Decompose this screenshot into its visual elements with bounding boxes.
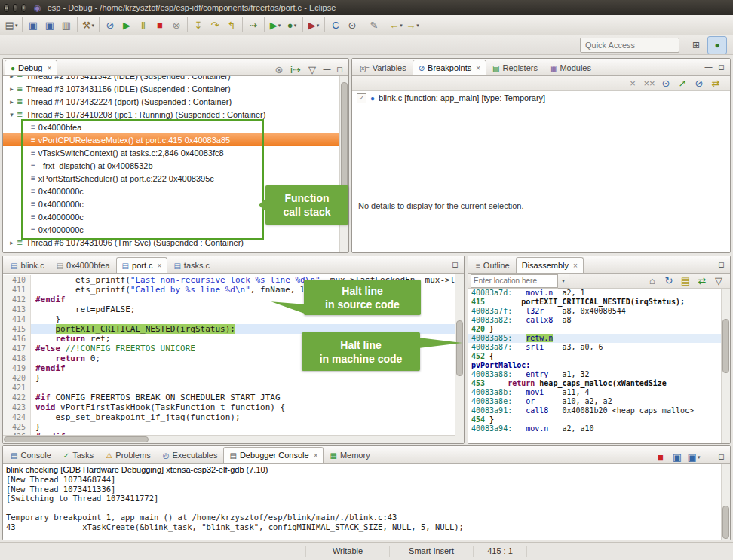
minimize-button[interactable]: −	[13, 4, 18, 12]
scrollbar-thumb[interactable]	[722, 506, 729, 539]
tab-outline[interactable]: ≡Outline	[470, 257, 516, 273]
code-line[interactable]: 422#if CONFIG_FREERTOS_BREAK_ON_SCHEDULE…	[3, 393, 464, 402]
console-scrollbar[interactable]	[721, 464, 730, 540]
save-icon[interactable]: ▣	[26, 17, 41, 33]
disassembly-line[interactable]: 452 {	[468, 352, 730, 361]
disassembly-line[interactable]: pvPortMalloc:	[468, 361, 730, 370]
close-icon[interactable]: ×	[47, 64, 51, 72]
minimize-icon[interactable]: —	[703, 259, 714, 270]
expander-icon[interactable]: ▸	[8, 239, 16, 246]
print-icon[interactable]: ▥	[59, 17, 74, 33]
new-wizard-icon[interactable]: ▤▾	[4, 17, 19, 33]
stack-frame-row[interactable]: ≡0x4000bfea	[3, 121, 348, 133]
debug-thread-row[interactable]: ▸≣Thread #6 1073431096 (Tmr Svc) (Suspen…	[3, 236, 348, 249]
new-c-project-icon[interactable]: C	[328, 17, 343, 33]
expander-icon[interactable]: ▸	[8, 98, 16, 106]
save-all-icon[interactable]: ▣	[42, 17, 57, 33]
close-icon[interactable]: ×	[573, 262, 578, 270]
editor-hscrollbar[interactable]	[3, 435, 455, 443]
refresh-icon[interactable]: ↻	[661, 273, 676, 289]
remove-all-breakpoints-icon[interactable]: ××	[642, 75, 657, 92]
forward-icon[interactable]: →▾	[405, 17, 420, 33]
tab-memory[interactable]: ▦Memory	[324, 447, 376, 463]
maximize-icon[interactable]: ◻	[449, 259, 461, 270]
go-to-file-for-breakpoint-icon[interactable]: ↗	[675, 75, 690, 92]
disassembly-line[interactable]: 40083a91: call8 0x40081b20 <heap_caps_ma…	[468, 406, 730, 415]
breakpoint-checkbox[interactable]: ✓	[357, 93, 366, 103]
minimize-icon[interactable]: —	[703, 451, 714, 463]
external-tools-icon[interactable]: ▶▾	[306, 17, 321, 33]
debug-perspective-icon[interactable]: ●	[707, 36, 727, 54]
maximize-icon[interactable]: ◻	[334, 64, 345, 75]
maximize-button[interactable]: +	[21, 4, 26, 12]
close-icon[interactable]: ×	[314, 451, 318, 460]
editor-scrollbar[interactable]	[455, 274, 464, 443]
code-line[interactable]: 414 }	[3, 314, 464, 324]
debug-thread-row[interactable]: ▾≣Thread #5 1073410208 (ipc1 : Running) …	[3, 108, 348, 121]
stack-frame-row[interactable]: ≡_frxt_dispatch() at 0x4008532b	[3, 159, 348, 172]
expander-icon[interactable]: ▸	[8, 76, 16, 80]
disassembly-line[interactable]: 40083a87: srli a3, a0, 6	[468, 343, 730, 352]
stack-frame-row[interactable]: ≡xPortStartScheduler() at port.c:222 0x4…	[3, 172, 348, 185]
code-line[interactable]: 420}	[3, 373, 464, 383]
tab-breakpoints[interactable]: ⊘Breakpoints×	[413, 60, 486, 75]
debug-thread-row[interactable]: ▸≣Thread #3 1073431156 (IDLE) (Suspended…	[3, 82, 348, 95]
maximize-icon[interactable]: ◻	[716, 61, 727, 72]
disassembly-line[interactable]: 40083a8e: or a10, a2, a2	[468, 397, 730, 406]
disassembly-scrollbar[interactable]	[721, 289, 730, 443]
open-perspective-icon[interactable]: ⊞	[687, 37, 705, 54]
disassembly-line[interactable]: 40083a7d: movi.n a2, 1	[468, 289, 730, 298]
sync-active-context-icon[interactable]: ⇄	[695, 273, 710, 289]
terminate-console-icon[interactable]: ■	[653, 448, 668, 465]
disassembly-line[interactable]: 40083a7f: l32r a8, 0x40080544	[468, 307, 730, 316]
tab-blink-c[interactable]: ▤blink.c	[5, 257, 51, 273]
expander-icon[interactable]: ▾	[8, 111, 16, 118]
tab-executables[interactable]: ◎Executables	[157, 447, 224, 463]
terminate-icon[interactable]: ■	[152, 17, 167, 33]
tab-variables[interactable]: (x)=Variables	[354, 60, 413, 75]
open-console-icon[interactable]: ▣▾	[686, 448, 701, 465]
console-content[interactable]: blink checking [GDB Hardware Debugging] …	[3, 464, 730, 540]
tab-console[interactable]: ▤Console	[5, 447, 57, 463]
disassembly-line[interactable]: 454 }	[468, 415, 730, 424]
mark-occurrences-icon[interactable]: ✎	[366, 17, 382, 33]
close-icon[interactable]: ×	[158, 262, 162, 270]
step-into-icon[interactable]: ↧	[191, 17, 206, 33]
minimize-icon[interactable]: —	[703, 61, 714, 72]
disassembly-line[interactable]: 420 }	[468, 325, 730, 334]
location-input[interactable]	[471, 274, 558, 288]
disassembly-line[interactable]: 40083a88: entry a1, 32	[468, 370, 730, 379]
disassembly-content[interactable]: 40083a7d: movi.n a2, 1415 portEXIT_CRITI…	[468, 289, 730, 443]
skip-all-breakpoints-icon[interactable]: ⊘	[103, 17, 118, 33]
resume-icon[interactable]: ▶	[119, 17, 134, 33]
code-line[interactable]: 421	[3, 383, 464, 393]
disassembly-line[interactable]: 40083a82: callx8 a8	[468, 316, 730, 325]
close-button[interactable]: ×	[4, 4, 9, 12]
tab-tasks-c[interactable]: ▤tasks.c	[167, 257, 216, 273]
remove-all-terminated-icon[interactable]: ⊗	[271, 61, 287, 78]
instruction-stepping-mode-icon[interactable]: i⇢	[288, 61, 303, 78]
link-with-debug-view-icon[interactable]: ⇄	[708, 75, 723, 92]
tab-0x4000bfea[interactable]: ▤0x4000bfea	[51, 257, 116, 273]
tab-tasks[interactable]: ✓Tasks	[57, 447, 100, 463]
view-menu-icon[interactable]: ▽	[305, 61, 320, 78]
remove-breakpoint-icon[interactable]: ×	[625, 75, 640, 92]
disassembly-line[interactable]: 453 return heap_caps_malloc(xWantedSize	[468, 379, 730, 388]
tab-modules[interactable]: ▦Modules	[544, 60, 597, 75]
disassembly-line[interactable]: 40083a85: retw.n	[468, 334, 730, 343]
tab-debugger-console[interactable]: ▤Debugger Console×	[223, 447, 324, 463]
minimize-icon[interactable]: —	[437, 259, 448, 270]
tab-problems[interactable]: ⚠Problems	[100, 447, 156, 463]
debug-thread-row[interactable]: ▸≣Thread #2 1073411342 (IDLE) (Suspended…	[3, 76, 348, 82]
maximize-icon[interactable]: ◻	[716, 259, 727, 270]
stack-frame-row[interactable]: ≡vTaskSwitchContext() at tasks.c:2,846 0…	[3, 146, 348, 159]
minimize-icon[interactable]: —	[321, 64, 333, 75]
breakpoint-list-item[interactable]: ✓ ● blink.c [function: app_main] [type: …	[352, 91, 730, 105]
scrollbar-thumb[interactable]	[722, 319, 729, 373]
skip-all-breakpoints-view-icon[interactable]: ⊘	[692, 75, 707, 92]
debug-scrollbar[interactable]	[339, 76, 348, 252]
close-icon[interactable]: ×	[476, 64, 480, 72]
code-line[interactable]: 423void vPortFirstTaskHook(TaskFunction_…	[3, 402, 464, 412]
location-dropdown-icon[interactable]: ▾	[558, 274, 569, 289]
display-selected-console-icon[interactable]: ▣	[670, 448, 685, 465]
